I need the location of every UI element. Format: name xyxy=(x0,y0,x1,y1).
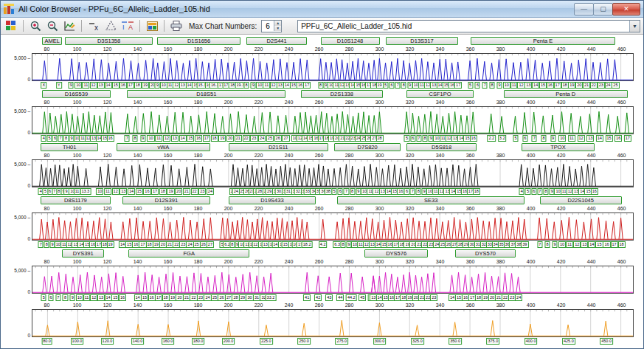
axis-tick-label: 200 xyxy=(224,205,233,212)
marker-box-penta-e[interactable]: Penta E xyxy=(471,37,616,45)
allele-label: 11 xyxy=(83,82,90,89)
axis-tick-label: 300 xyxy=(375,99,384,106)
marker-box-d1s1656[interactable]: D1S1656 xyxy=(157,37,240,45)
axis-tick-label: 400 xyxy=(527,258,536,266)
allele-label: 14 xyxy=(596,135,603,142)
allele-label: 19 xyxy=(218,135,226,142)
y-axis-min-label: 0 xyxy=(4,130,30,135)
allele-label: 12 xyxy=(517,82,524,89)
max-chart-numbers-spinner[interactable]: 6 ▲ ▼ xyxy=(261,20,282,32)
y-axis-max-label: 5,000 – xyxy=(4,55,30,61)
allele-label: 24 xyxy=(604,82,612,89)
allele-label: 7 xyxy=(38,241,44,248)
marker-box-d22s1045[interactable]: D22S1045 xyxy=(540,196,622,204)
axis-tick-label: 220 xyxy=(255,46,263,53)
axis-tick-label: 320 xyxy=(406,99,415,106)
allele-label: 8 xyxy=(544,241,550,248)
axis-tick-label: 420 xyxy=(557,302,566,309)
axis-tick-label: 400 xyxy=(527,302,536,309)
marker-box-dys570[interactable]: DYS570 xyxy=(455,249,516,258)
file-select-combobox[interactable]: PPFu_6C_Allelic_Ladder_105.hid ▼ xyxy=(297,20,640,32)
trace-magenta xyxy=(32,272,633,292)
maximize-button[interactable]: ▢ xyxy=(593,3,613,15)
allele-label: 19 xyxy=(107,241,114,248)
y-axis-max-label: 5,000 – xyxy=(4,268,30,273)
marker-box-dys391[interactable]: DYS391 xyxy=(62,249,104,258)
allele-label: 3.2 xyxy=(498,135,507,142)
marker-box-vwa[interactable]: vWA xyxy=(117,143,210,151)
allele-label: 4 xyxy=(41,135,46,142)
max-chart-numbers-label: Max Chart Numbers: xyxy=(189,22,257,30)
electropherogram-green[interactable] xyxy=(32,106,634,134)
marker-box-dys576[interactable]: DYS576 xyxy=(364,249,428,258)
close-button[interactable]: ✕ xyxy=(612,3,640,15)
allele-label: 140.0 xyxy=(131,338,145,345)
axis-tick-label: 100 xyxy=(73,302,82,309)
all-color-icon[interactable] xyxy=(4,19,18,32)
marker-box-d19s433[interactable]: D19S433 xyxy=(229,196,316,204)
marker-box-d3s1358[interactable]: D3S1358 xyxy=(65,37,153,45)
axis-tick-label: 340 xyxy=(436,99,445,106)
allele-label: 8 xyxy=(63,294,68,301)
zoom-out-icon[interactable] xyxy=(45,19,60,32)
zoom-in-icon[interactable] xyxy=(28,19,43,32)
marker-box-d2s1338[interactable]: D2S1338 xyxy=(301,90,383,98)
axis-tick-label: 160 xyxy=(164,205,173,212)
marker-box-d21s11[interactable]: D21S11 xyxy=(229,143,328,151)
marker-box-csf1po[interactable]: CSF1PO xyxy=(406,90,473,98)
electropherogram-magenta[interactable] xyxy=(32,266,634,294)
marker-box-penta-d[interactable]: Penta D xyxy=(504,90,628,98)
minimize-button[interactable]: — xyxy=(574,3,594,15)
electropherogram-blue[interactable] xyxy=(32,53,634,81)
svg-text:A: A xyxy=(128,24,133,31)
axis-tick-label: 240 xyxy=(285,205,294,212)
spinner-up-icon[interactable]: ▲ xyxy=(274,21,281,26)
electropherogram-orange[interactable] xyxy=(32,309,634,337)
axis-tick-label: 440 xyxy=(587,152,596,159)
axis-row-black: 8010012014016018020022024026028030032034… xyxy=(32,152,634,159)
marker-box-d13s317[interactable]: D13S317 xyxy=(386,37,458,45)
axis-tick-label: 300 xyxy=(375,258,384,266)
marker-box-d18s51[interactable]: D18S51 xyxy=(127,90,285,98)
marker-box-se33[interactable]: SE33 xyxy=(337,196,524,204)
allele-label: 9 xyxy=(496,82,502,89)
marker-box-tpox[interactable]: TPOX xyxy=(522,143,594,151)
marker-box-th01[interactable]: TH01 xyxy=(41,143,98,151)
allele-label: 425.0 xyxy=(562,338,575,345)
print-icon[interactable] xyxy=(169,19,184,32)
allele-label: 22 xyxy=(243,135,250,142)
marker-box-d5s818[interactable]: D5S818 xyxy=(406,143,476,151)
marker-box-fga[interactable]: FGA xyxy=(128,249,249,258)
electropherogram-red[interactable] xyxy=(32,212,634,241)
allele-label: 5 xyxy=(383,82,388,89)
marker-box-d8s1179[interactable]: D8S1179 xyxy=(41,196,110,204)
remove-x-icon[interactable]: x xyxy=(86,19,101,32)
marker-box-d10s1248[interactable]: D10S1248 xyxy=(321,37,380,45)
marker-box-amel[interactable]: AMEL xyxy=(42,37,62,45)
allele-label: 25 xyxy=(612,82,619,89)
allele-label: 8 xyxy=(63,135,69,142)
allele-label: 18 xyxy=(473,188,480,195)
axis-tick-label: 260 xyxy=(315,205,324,212)
axis-tick-label: 100 xyxy=(73,99,82,106)
title-bar: All Color Browser - PPFu_6C_Allelic_Ladd… xyxy=(1,1,643,18)
axis-tick-label: 460 xyxy=(617,46,626,53)
chevron-down-icon[interactable]: ▼ xyxy=(629,21,640,32)
compare-traces-icon[interactable]: I A xyxy=(120,19,135,32)
allele-label: 17 xyxy=(127,82,134,89)
marker-row-red: D8S1179D12S391D19S433SE33D22S1045 xyxy=(32,196,634,205)
spinner-down-icon[interactable]: ▼ xyxy=(274,26,281,31)
marker-box-d16s539[interactable]: D16S539 xyxy=(42,90,110,98)
axis-tick-label: 380 xyxy=(496,99,505,106)
overlay-triangle-icon[interactable] xyxy=(103,19,118,32)
marker-box-d2s441[interactable]: D2S441 xyxy=(246,37,307,45)
axis-tick-label: 140 xyxy=(134,46,142,53)
axis-tick-label: 320 xyxy=(406,46,415,53)
toolbar-separator xyxy=(23,20,24,32)
marker-box-d12s391[interactable]: D12S391 xyxy=(122,196,210,204)
axis-tick-label: 360 xyxy=(466,152,475,159)
edit-chart-icon[interactable] xyxy=(62,19,77,32)
marker-box-d7s820[interactable]: D7S820 xyxy=(334,143,401,151)
snapshot-icon[interactable] xyxy=(145,19,159,32)
electropherogram-black[interactable] xyxy=(32,159,634,187)
